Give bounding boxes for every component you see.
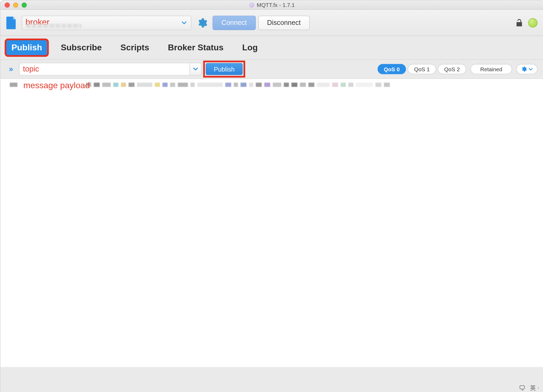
tab-broker-status[interactable]: Broker Status bbox=[163, 40, 229, 55]
titlebar: MQTT.fx - 1.7.1 bbox=[1, 1, 543, 10]
window-title: MQTT.fx - 1.7.1 bbox=[249, 2, 295, 8]
retained-toggle[interactable]: Retained bbox=[470, 64, 512, 74]
minimize-window-button[interactable] bbox=[13, 2, 18, 7]
tab-publish[interactable]: Publish bbox=[6, 40, 47, 55]
chevron-down-icon bbox=[182, 21, 187, 24]
qos-group: QoS 0 QoS 1 QoS 2 bbox=[377, 64, 466, 74]
publish-settings-button[interactable] bbox=[516, 64, 537, 74]
qos-2-button[interactable]: QoS 2 bbox=[438, 64, 466, 74]
tab-log[interactable]: Log bbox=[237, 40, 263, 55]
publish-button-highlight: Publish bbox=[205, 62, 244, 76]
publish-button[interactable]: Publish bbox=[206, 63, 243, 75]
payload-editor[interactable]: message payload bbox=[1, 79, 543, 367]
connect-button[interactable]: Connect bbox=[213, 15, 256, 30]
window-footer: 🗨 英 · bbox=[519, 383, 539, 392]
app-icon bbox=[249, 2, 254, 7]
app-window: MQTT.fx - 1.7.1 broker Connect Disconnec… bbox=[0, 0, 543, 392]
broker-profile-select[interactable]: broker bbox=[22, 15, 191, 30]
close-window-button[interactable] bbox=[5, 2, 10, 7]
broker-name-obscured bbox=[26, 24, 81, 28]
input-mode-icon[interactable]: 英 · bbox=[530, 384, 539, 392]
gear-icon[interactable] bbox=[196, 17, 208, 28]
tab-scripts[interactable]: Scripts bbox=[115, 40, 154, 55]
qos-0-button[interactable]: QoS 0 bbox=[377, 64, 406, 74]
tab-bar: Publish Subscribe Scripts Broker Status … bbox=[1, 36, 543, 60]
window-title-text: MQTT.fx - 1.7.1 bbox=[257, 2, 295, 8]
connection-toolbar: broker Connect Disconnect bbox=[1, 10, 543, 36]
expand-icon[interactable]: » bbox=[6, 65, 16, 74]
topic-input[interactable] bbox=[19, 63, 190, 75]
publish-options: QoS 0 QoS 1 QoS 2 Retained bbox=[377, 64, 537, 74]
unlock-icon[interactable] bbox=[515, 18, 524, 27]
toolbar-right bbox=[515, 18, 537, 27]
tab-subscribe[interactable]: Subscribe bbox=[56, 40, 107, 55]
connection-status-indicator bbox=[528, 18, 537, 27]
publish-controls: » Publish QoS 0 QoS 1 QoS 2 Retained bbox=[1, 60, 543, 79]
window-controls bbox=[1, 2, 27, 7]
topic-combobox bbox=[19, 63, 202, 75]
disconnect-button[interactable]: Disconnect bbox=[258, 15, 310, 30]
speech-bubble-icon[interactable]: 🗨 bbox=[519, 384, 526, 392]
profile-file-icon[interactable] bbox=[6, 16, 16, 29]
qos-1-button[interactable]: QoS 1 bbox=[408, 64, 436, 74]
zoom-window-button[interactable] bbox=[22, 2, 27, 7]
payload-annotation: message payload bbox=[23, 81, 90, 90]
topic-dropdown-button[interactable] bbox=[190, 63, 202, 75]
